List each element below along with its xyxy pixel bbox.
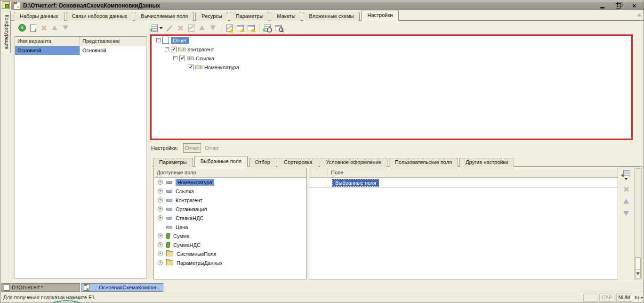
field-item[interactable]: Ссылка xyxy=(154,187,306,196)
check-setting-button[interactable] xyxy=(186,24,196,32)
field-item[interactable]: СуммаНДС xyxy=(154,240,306,249)
window-tab-schema[interactable]: ...: ОсновнаяСхемаКомпон... xyxy=(81,283,163,292)
variant-move-down-button[interactable] xyxy=(61,24,70,32)
expand-icon[interactable] xyxy=(158,197,163,203)
variant-name-cell[interactable]: Основной xyxy=(15,46,80,55)
field-item[interactable]: Сумма xyxy=(154,231,306,240)
tab-settings[interactable]: Настройки xyxy=(361,10,399,21)
checked-checkbox[interactable] xyxy=(188,65,193,70)
add-setting-item-button[interactable] xyxy=(151,24,163,32)
tab-conditional-appearance[interactable]: Условное оформление xyxy=(320,158,387,167)
tab-parameters[interactable]: Параметры xyxy=(230,12,270,21)
tree-row-report[interactable]: Отчет xyxy=(152,36,631,45)
language-selector[interactable]: ru xyxy=(634,294,644,302)
report-output-button[interactable] xyxy=(235,24,245,32)
window-titlebar[interactable]: D:\Отчет.erf: ОсновнаяСхемаКомпоновкиДан… xyxy=(11,1,644,10)
close-button[interactable]: × xyxy=(629,1,639,10)
sidebar-tab-configuration[interactable]: Конфигурация xyxy=(1,11,11,53)
settings-constructor-button[interactable] xyxy=(263,24,272,32)
field-label[interactable]: Номенклатура xyxy=(176,179,214,186)
add-variant-button[interactable]: + xyxy=(17,24,27,32)
field-item[interactable]: Организация xyxy=(154,205,306,213)
collapse-icon[interactable] xyxy=(173,56,177,60)
field-item[interactable]: ПараметрыДанных xyxy=(154,258,306,267)
add-field-button[interactable] xyxy=(621,169,631,181)
tree-row-grouping[interactable]: Номенклатура xyxy=(152,63,631,72)
field-label[interactable]: СтавкаНДС xyxy=(176,215,203,221)
tab-scroll-up-icon[interactable] xyxy=(637,13,642,16)
schema-tab-strip: Наборы данных Связи наборов данных Вычис… xyxy=(11,10,644,21)
collapse-icon[interactable] xyxy=(165,47,169,51)
tab-sorting[interactable]: Сортировка xyxy=(278,158,318,167)
tab-filter[interactable]: Отбор xyxy=(249,158,276,167)
settings-report-button[interactable]: Отчет xyxy=(183,143,201,153)
expand-icon[interactable] xyxy=(158,242,163,247)
expand-icon[interactable] xyxy=(158,251,163,256)
tree-row-grouping[interactable]: Ссылка xyxy=(152,54,631,63)
expand-icon[interactable] xyxy=(158,215,163,221)
tab-data-set-links[interactable]: Связи наборов данных xyxy=(66,12,134,21)
tree-node-label[interactable]: Контрагент xyxy=(187,47,214,52)
structure-move-down-button[interactable] xyxy=(208,24,217,32)
settings-search-button[interactable] xyxy=(274,24,283,32)
expand-icon[interactable] xyxy=(158,180,163,185)
window-tab-editor[interactable]: D:\Отчет.erf * xyxy=(1,283,80,292)
tree-node-label[interactable]: Номенклатура xyxy=(204,65,239,70)
collapse-icon[interactable] xyxy=(156,38,161,42)
field-label[interactable]: Организация xyxy=(176,206,207,212)
selected-fields-root[interactable]: Выбранные поля xyxy=(333,180,378,186)
field-label[interactable]: ПараметрыДанных xyxy=(177,260,223,266)
report-wizard-button[interactable] xyxy=(225,24,234,32)
field-label[interactable]: Сумма xyxy=(173,233,190,239)
delete-variant-button[interactable] xyxy=(39,24,48,32)
panel-splitter[interactable] xyxy=(148,21,148,282)
field-item[interactable]: СистемныеПоля xyxy=(154,249,306,258)
restore-button[interactable] xyxy=(613,1,623,10)
scroll-down-button[interactable] xyxy=(635,269,641,278)
field-move-up-button[interactable] xyxy=(621,197,631,205)
expand-icon[interactable] xyxy=(158,206,163,212)
field-item[interactable]: Цена xyxy=(154,222,306,231)
variant-row[interactable]: Основной Основной xyxy=(15,46,146,55)
copy-variant-button[interactable] xyxy=(28,24,38,32)
selected-fields-row[interactable]: Выбранные поля xyxy=(309,178,618,188)
expand-icon[interactable] xyxy=(158,233,163,238)
tab-resources[interactable]: Ресурсы xyxy=(195,12,228,21)
field-label[interactable]: Цена xyxy=(176,224,188,230)
vertical-scrollbar[interactable] xyxy=(634,168,642,279)
expand-icon[interactable] xyxy=(158,188,163,194)
delete-field-button[interactable] xyxy=(621,185,631,193)
tree-node-label[interactable]: Отчет xyxy=(171,37,189,44)
tab-selected-fields[interactable]: Выбранные поля xyxy=(194,156,248,167)
edit-setting-item-button[interactable] xyxy=(165,24,174,32)
field-item[interactable]: Номенклатура xyxy=(154,178,306,187)
tab-other-settings[interactable]: Другие настройки xyxy=(459,158,514,167)
variant-presentation-cell[interactable]: Основной xyxy=(80,46,146,55)
tab-custom-fields[interactable]: Пользовательские поля xyxy=(389,158,458,167)
tree-node-label[interactable]: Ссылка xyxy=(196,56,214,61)
expand-icon[interactable] xyxy=(158,260,163,265)
field-move-down-button[interactable] xyxy=(621,209,631,218)
field-item[interactable]: Контрагент xyxy=(154,196,306,205)
minimize-button[interactable] xyxy=(597,1,607,10)
move-down-icon xyxy=(210,25,216,30)
checked-checkbox[interactable] xyxy=(179,56,185,61)
field-label[interactable]: Ссылка xyxy=(176,188,194,194)
tab-calculated-fields[interactable]: Вычисляемые поля xyxy=(135,12,194,21)
variant-move-up-button[interactable] xyxy=(50,24,59,32)
field-item[interactable]: СтавкаНДС xyxy=(154,213,306,222)
tree-row-grouping[interactable]: Контрагент xyxy=(152,45,631,54)
structure-move-up-button[interactable] xyxy=(197,24,207,32)
delete-setting-item-button[interactable] xyxy=(176,24,185,32)
scrollbar-thumb[interactable] xyxy=(635,257,641,270)
tab-templates[interactable]: Макеты xyxy=(271,12,301,21)
report-windows-button[interactable] xyxy=(246,24,256,32)
tab-parameters-settings[interactable]: Параметры xyxy=(153,158,193,167)
resource-icon xyxy=(166,232,170,239)
field-label[interactable]: СистемныеПоля xyxy=(177,251,216,257)
field-label[interactable]: Контрагент xyxy=(176,197,202,203)
field-label[interactable]: СуммаНДС xyxy=(173,242,201,248)
tab-nested-schemas[interactable]: Вложенные схемы xyxy=(303,12,360,21)
tab-data-sets[interactable]: Наборы данных xyxy=(14,12,64,21)
checked-checkbox[interactable] xyxy=(171,47,177,52)
